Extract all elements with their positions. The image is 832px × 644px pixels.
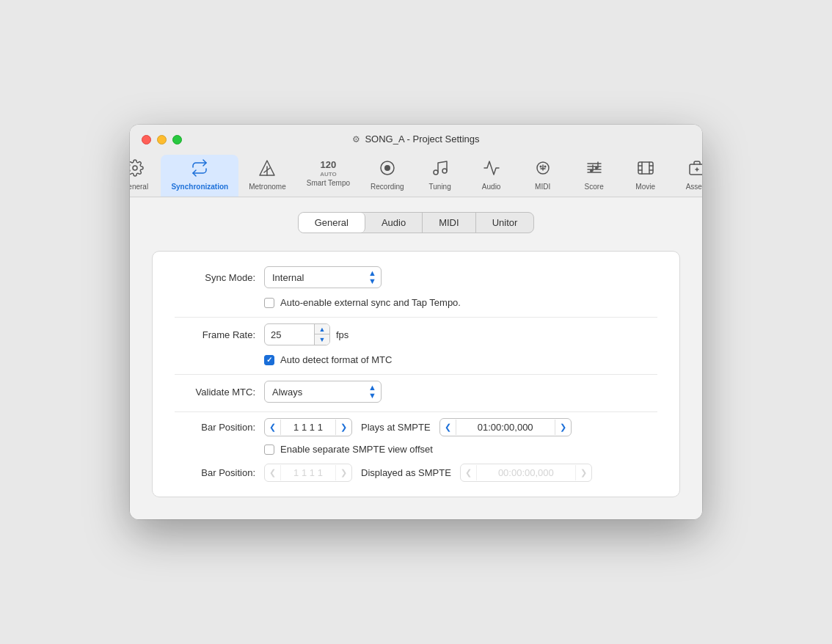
smpte-up-2: ❯ bbox=[575, 465, 591, 480]
smpte-down-2: ❮ bbox=[461, 465, 477, 480]
fps-row: 25 ▲ ▼ fps bbox=[264, 323, 349, 345]
window-title-icon: ⚙ bbox=[352, 134, 360, 144]
bar-position-control-1[interactable]: ❮ 1 1 1 1 ❯ bbox=[264, 418, 352, 436]
titlebar-top: ⚙ SONG_A - Project Settings bbox=[142, 133, 690, 150]
gear-icon bbox=[130, 159, 144, 181]
toolbar-item-metronome[interactable]: Metronome bbox=[238, 155, 296, 197]
fps-label: fps bbox=[336, 329, 349, 340]
toolbar-item-recording[interactable]: Recording bbox=[360, 155, 415, 197]
toolbar-label-assets: Assets bbox=[686, 183, 702, 191]
arrow-down: ▼ bbox=[368, 277, 376, 285]
bar-pos-up-1[interactable]: ❯ bbox=[335, 420, 351, 435]
tab-general[interactable]: General bbox=[299, 213, 365, 233]
bar-position-row-2: Bar Position: ❮ 1 1 1 1 ❯ Displayed as S… bbox=[175, 464, 657, 482]
smpte-offset-checkbox[interactable] bbox=[264, 444, 274, 455]
toolbar-label-metronome: Metronome bbox=[249, 183, 286, 191]
bar-pos-up-2: ❯ bbox=[335, 465, 351, 480]
sync-mode-value: Internal bbox=[272, 272, 304, 283]
main-window: ⚙ SONG_A - Project Settings General Sync… bbox=[130, 125, 702, 519]
smpte-up-1[interactable]: ❯ bbox=[555, 420, 571, 435]
divider-3 bbox=[175, 411, 657, 412]
auto-sync-label: Auto-enable external sync and Tap Tempo. bbox=[280, 297, 461, 308]
smpte-offset-row: Enable separate SMPTE view offset bbox=[264, 444, 657, 455]
settings-panel: Sync Mode: Internal ▲ ▼ Auto-enable exte… bbox=[152, 251, 680, 497]
validate-mtc-arrow: ▲ ▼ bbox=[368, 384, 376, 400]
sync-mode-row: Sync Mode: Internal ▲ ▼ bbox=[175, 266, 657, 288]
svg-point-6 bbox=[434, 170, 438, 175]
record-icon bbox=[379, 159, 396, 181]
window-title: ⚙ SONG_A - Project Settings bbox=[352, 133, 479, 144]
toolbar-item-midi[interactable]: MIDI bbox=[517, 155, 569, 197]
toolbar-item-general[interactable]: General bbox=[130, 155, 161, 197]
toolbar-label-movie: Movie bbox=[635, 183, 655, 191]
maximize-button[interactable] bbox=[172, 135, 182, 144]
bar-pos-down-1[interactable]: ❮ bbox=[265, 420, 281, 435]
svg-point-10 bbox=[544, 166, 546, 168]
toolbar-item-audio[interactable]: Audio bbox=[466, 155, 517, 197]
minimize-button[interactable] bbox=[157, 135, 167, 144]
auto-sync-row: Auto-enable external sync and Tap Tempo. bbox=[264, 297, 657, 308]
content-area: General Audio MIDI Unitor Sync Mode: Int… bbox=[130, 197, 702, 519]
svg-point-7 bbox=[442, 169, 447, 173]
tab-midi[interactable]: MIDI bbox=[423, 213, 475, 233]
sync-mode-arrow: ▲ ▼ bbox=[368, 269, 376, 285]
frame-rate-label: Frame Rate: bbox=[175, 329, 255, 340]
titlebar: ⚙ SONG_A - Project Settings General Sync… bbox=[130, 125, 702, 197]
tab-audio[interactable]: Audio bbox=[365, 213, 423, 233]
frame-rate-down[interactable]: ▼ bbox=[315, 334, 329, 345]
score-icon bbox=[585, 159, 603, 181]
midi-icon bbox=[534, 159, 552, 181]
toolbar-item-tuning[interactable]: Tuning bbox=[415, 155, 466, 197]
metronome-icon bbox=[258, 159, 276, 181]
toolbar-label-tuning: Tuning bbox=[429, 183, 451, 191]
validate-mtc-value: Always bbox=[272, 387, 302, 398]
validate-mtc-dropdown[interactable]: Always ▲ ▼ bbox=[264, 381, 382, 403]
bar-pos-down-2: ❮ bbox=[265, 465, 281, 480]
toolbar-label-audio: Audio bbox=[482, 183, 501, 191]
smpte-offset-label: Enable separate SMPTE view offset bbox=[280, 444, 433, 455]
sync-mode-dropdown[interactable]: Internal ▲ ▼ bbox=[264, 266, 382, 288]
bar-pos-values-1: 1 1 1 1 bbox=[281, 419, 335, 436]
sync-mode-label: Sync Mode: bbox=[175, 272, 255, 283]
toolbar-label-smart-tempo: Smart Tempo bbox=[307, 179, 350, 187]
divider-2 bbox=[175, 374, 657, 375]
auto-sync-checkbox[interactable] bbox=[264, 298, 274, 308]
toolbar-label-synchronization: Synchronization bbox=[171, 183, 228, 191]
frame-rate-stepper: ▲ ▼ bbox=[314, 324, 329, 345]
auto-detect-checkbox[interactable] bbox=[264, 355, 274, 365]
svg-point-0 bbox=[133, 166, 137, 170]
bar-position-control-2: ❮ 1 1 1 1 ❯ bbox=[264, 464, 352, 482]
arrow-down-2: ▼ bbox=[368, 392, 376, 400]
frame-rate-input[interactable]: 25 ▲ ▼ bbox=[264, 323, 330, 345]
plays-at-smpte-label: Plays at SMPTE bbox=[361, 422, 431, 433]
window-title-text: SONG_A - Project Settings bbox=[365, 133, 479, 144]
smpte-down-1[interactable]: ❮ bbox=[440, 420, 456, 435]
tabs-bar: General Audio MIDI Unitor bbox=[298, 212, 535, 233]
toolbar-item-smart-tempo[interactable]: 120 AUTO Smart Tempo bbox=[296, 155, 360, 197]
tab-unitor[interactable]: Unitor bbox=[476, 213, 534, 233]
validate-mtc-row: Validate MTC: Always ▲ ▼ bbox=[175, 381, 657, 403]
toolbar-item-assets[interactable]: Assets bbox=[671, 155, 702, 197]
auto-detect-row: Auto detect format of MTC bbox=[264, 354, 657, 365]
toolbar-item-movie[interactable]: Movie bbox=[620, 155, 671, 197]
divider-1 bbox=[175, 317, 657, 318]
frame-rate-up[interactable]: ▲ bbox=[315, 324, 329, 334]
validate-mtc-label: Validate MTC: bbox=[175, 387, 255, 398]
bar-position-label-1: Bar Position: bbox=[175, 422, 255, 433]
toolbar-item-score[interactable]: Score bbox=[569, 155, 620, 197]
svg-point-9 bbox=[539, 166, 541, 168]
svg-point-5 bbox=[384, 165, 390, 171]
smpte-control-2: ❮ 00:00:00,000 ❯ bbox=[460, 464, 592, 482]
sync-icon bbox=[191, 159, 208, 181]
toolbar-label-recording: Recording bbox=[371, 183, 404, 191]
movie-icon bbox=[637, 159, 654, 181]
bar-pos-values-2: 1 1 1 1 bbox=[281, 464, 335, 481]
smpte-control-1[interactable]: ❮ 01:00:00,000 ❯ bbox=[439, 418, 572, 436]
toolbar: General Synchronization Metronome 120 bbox=[130, 150, 702, 197]
frame-rate-row: Frame Rate: 25 ▲ ▼ fps bbox=[175, 323, 657, 345]
close-button[interactable] bbox=[142, 135, 151, 144]
assets-icon bbox=[688, 159, 702, 181]
toolbar-item-synchronization[interactable]: Synchronization bbox=[161, 155, 238, 197]
audio-icon bbox=[483, 159, 500, 181]
smpte-value-2: 00:00:00,000 bbox=[477, 464, 575, 481]
